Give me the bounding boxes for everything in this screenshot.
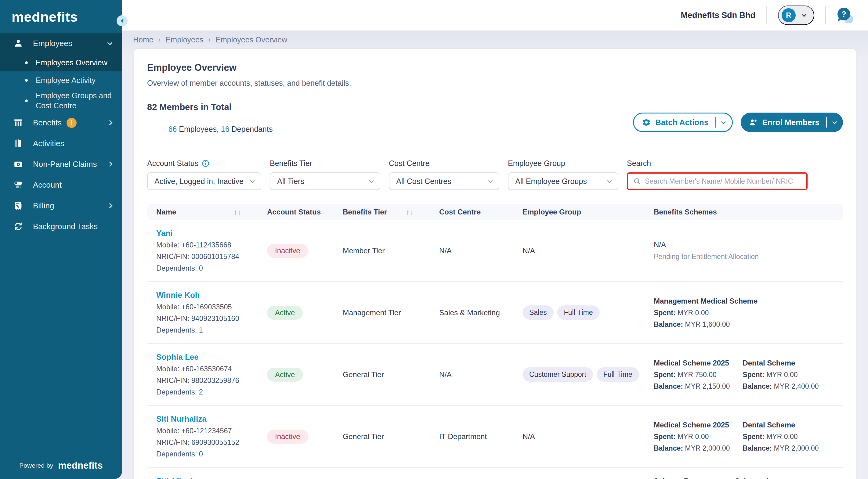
balance-label: Balance: <box>654 320 683 328</box>
benefit-scheme: Medical Scheme 2025Spent: MYR 0.00Balanc… <box>654 421 730 452</box>
bullet-icon <box>25 61 28 64</box>
benefits-tier-select[interactable]: All Tiers <box>270 172 380 190</box>
status-badge: Active <box>267 368 303 382</box>
column-label: Account Status <box>267 208 321 216</box>
powered-by-label: Powered by <box>19 462 53 469</box>
user-menu-button[interactable]: R <box>778 5 814 25</box>
spent-label: Spent: <box>654 371 676 379</box>
column-header-employee-group: Employee Group <box>513 208 645 216</box>
spent-label: Spent: <box>654 433 676 441</box>
bullet-icon <box>25 99 28 102</box>
member-detail: NRIC/FIN: 690930055152 <box>156 438 258 447</box>
scheme-name: Scheme A <box>735 477 811 479</box>
member-detail: Mobile: +60-163530674 <box>156 364 258 374</box>
spent-label: Spent: <box>654 309 676 317</box>
balance-label: Balance: <box>743 382 772 390</box>
dependants-label: Dependants <box>229 125 273 133</box>
member-detail: NRIC/FIN: 940923105160 <box>156 314 258 323</box>
member-name-link[interactable]: Siti Afiqah <box>156 476 258 479</box>
sidebar-collapse-button[interactable] <box>117 15 128 26</box>
sidebar-item-label: Benefits <box>33 118 62 128</box>
scheme-note: Pending for Entitlement Allocation <box>654 253 759 261</box>
member-detail: Dependents: 0 <box>156 264 258 273</box>
sort-icons[interactable]: ↑↓ <box>406 208 414 216</box>
breadcrumb-home[interactable]: Home <box>133 35 154 44</box>
invoice-icon: $ <box>11 200 25 211</box>
scheme-name: Medical Scheme 2025 <box>654 359 730 368</box>
chevron-down-icon <box>107 40 113 45</box>
chevron-down-icon <box>488 179 493 183</box>
scheme-spent: Spent: MYR 750.00 <box>654 371 730 379</box>
search-filter: Search <box>627 158 808 190</box>
scheme-name: N/A <box>654 241 759 249</box>
members-table: Name↑↓Account StatusBenefits Tier↑↓Cost … <box>147 204 843 479</box>
search-input[interactable] <box>645 177 802 186</box>
cost-centre-value: All Cost Centres <box>396 177 452 186</box>
chevron-down-icon <box>369 179 374 183</box>
sidebar-item-billing[interactable]: $Billing <box>0 195 122 216</box>
column-label: Benefits Tier <box>343 208 387 216</box>
sidebar-subitem-employee-activity[interactable]: Employee Activity <box>0 71 122 89</box>
breadcrumb-current: Employees Overview <box>215 35 287 44</box>
member-name-link[interactable]: Siti Nurhaliza <box>156 414 258 424</box>
table-body: YaniMobile: +60-112435668NRIC/FIN: 00060… <box>147 220 843 479</box>
chevron-down-icon[interactable] <box>721 119 726 124</box>
sidebar-item-label: Billing <box>33 201 54 211</box>
avatar: R <box>782 8 796 22</box>
members-breakdown: 66 Employees, 16 Dependants <box>147 116 273 142</box>
benefits-tier-value: Member Tier <box>343 247 385 255</box>
benefit-scheme: Scheme ASpent: MYR 0.00Balance: MYR 1,00… <box>735 477 811 479</box>
member-detail: Mobile: +60-121234567 <box>156 426 258 435</box>
mednefits-logo: mednefits <box>0 0 122 25</box>
sidebar-subitem-employees-overview[interactable]: Employees Overview <box>0 54 122 71</box>
employee-group-pill: Sales <box>523 306 554 320</box>
sidebar-item-activities[interactable]: Activities <box>0 133 122 154</box>
help-button[interactable]: ? <box>837 7 854 24</box>
chevron-down-icon[interactable] <box>832 119 837 124</box>
info-icon[interactable] <box>202 159 210 167</box>
button-divider <box>826 117 827 128</box>
scheme-spent: Spent: MYR 0.00 <box>743 433 818 441</box>
column-header-benefits-schemes: Benefits Schemes <box>645 208 843 216</box>
sidebar-item-account[interactable]: Account <box>0 174 122 195</box>
benefits-tier-value: All Tiers <box>277 177 304 186</box>
breadcrumb-employees[interactable]: Employees <box>166 35 204 44</box>
sidebar-subitem-employee-groups-and-cost-centre[interactable]: Employee Groups and Cost Centre <box>0 89 122 112</box>
column-header-name[interactable]: Name↑↓ <box>147 208 258 216</box>
balance-value: MYR 2,000.00 <box>685 444 730 452</box>
member-detail: NRIC/FIN: 000601015784 <box>156 252 258 261</box>
employee-group-select[interactable]: All Employee Groups <box>508 172 618 190</box>
gear-icon <box>642 118 651 127</box>
sidebar-item-non-panel-claims[interactable]: Non-Panel Claims <box>0 154 122 174</box>
sidebar-item-label: Background Tasks <box>33 222 98 231</box>
footer-mednefits-logo: mednefits <box>58 460 102 471</box>
sidebar-item-benefits[interactable]: Benefits! <box>0 112 122 133</box>
benefit-scheme: Dental SchemeSpent: MYR 0.00Balance: MYR… <box>743 359 818 390</box>
member-detail: Mobile: +60-112435668 <box>156 241 258 250</box>
enrol-members-button[interactable]: Enrol Members <box>741 113 843 132</box>
member-name-link[interactable]: Yani <box>156 228 258 238</box>
member-name-link[interactable]: Sophia Lee <box>156 352 258 362</box>
batch-actions-button[interactable]: Batch Actions <box>633 113 733 132</box>
table-row: Sophia LeeMobile: +60-163530674NRIC/FIN:… <box>147 344 843 406</box>
cost-centre-label: Cost Centre <box>389 159 429 168</box>
cost-centre-value: Sales & Marketing <box>439 309 500 317</box>
sidebar-item-background-tasks[interactable]: Background Tasks <box>0 216 122 237</box>
search-box-highlighted[interactable] <box>627 172 808 190</box>
account-status-select[interactable]: Active, Logged in, Inactive <box>147 172 261 190</box>
spent-label: Spent: <box>743 433 765 441</box>
balance-value: MYR 1,600.00 <box>685 320 730 328</box>
chevron-left-icon <box>121 19 125 23</box>
employee-group-value: All Employee Groups <box>515 177 587 186</box>
sort-icons[interactable]: ↑↓ <box>234 208 242 216</box>
employee-group-pill: Full-Time <box>597 368 639 382</box>
cost-centre-select[interactable]: All Cost Centres <box>389 172 499 190</box>
main-content: Home › Employees › Employees Overview Em… <box>122 31 868 479</box>
page-subtitle: Overview of member accounts, statuses, a… <box>147 79 843 88</box>
column-header-benefits-tier[interactable]: Benefits Tier↑↓ <box>334 208 430 216</box>
member-name-link[interactable]: Winnie Koh <box>156 290 258 300</box>
employee-group-pill: Full-Time <box>557 306 600 320</box>
scheme-spent: Spent: MYR 0.00 <box>654 433 730 441</box>
sidebar-item-employees[interactable]: Employees <box>0 33 122 54</box>
bullet-icon <box>25 79 28 82</box>
